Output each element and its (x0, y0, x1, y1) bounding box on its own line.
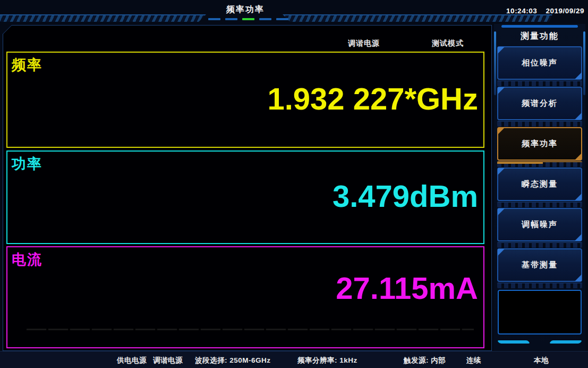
status-supply-power: 供电电源 (117, 356, 147, 365)
sidebar-button-spectrum-analysis[interactable]: 频谱分析 (497, 87, 582, 120)
tab-dash (225, 18, 237, 20)
tuning-power-label: 调谐电源 (348, 39, 380, 48)
status-local-mode: 本地 (534, 356, 549, 365)
status-tuning-power: 调谐电源 (153, 356, 183, 365)
button-separator (497, 242, 582, 248)
status-band-select: 波段选择: 250M-6GHz (195, 356, 271, 365)
current-value: 27.115mA (336, 273, 478, 304)
sidebar-button-baseband-measure[interactable]: 基带测量 (497, 248, 582, 282)
main-panel: 调谐电源 测试模式 频率 1.932 227*GHz 功率 3.479dBm 电… (3, 26, 491, 350)
sidebar-button-label: 调幅噪声 (522, 220, 558, 230)
sidebar-button-frequency-power[interactable]: 频率功率 (497, 127, 582, 161)
top-left-hatch-decoration (0, 14, 206, 22)
tab-dash (259, 18, 271, 20)
sidebar-display-box (498, 290, 582, 334)
scale-tick-line (27, 329, 474, 330)
title-tab-dashes (208, 18, 288, 20)
sidebar-button-label: 基带测量 (522, 260, 558, 270)
sidebar-button-am-noise[interactable]: 调幅噪声 (497, 208, 582, 241)
sidebar-bottom-bracket-decoration (494, 336, 585, 345)
sidebar-button-label: 相位噪声 (522, 58, 558, 68)
sidebar-button-label: 瞬态测量 (522, 179, 558, 189)
clock: 10:24:03 2019/09/29 (506, 7, 584, 15)
status-bar: 供电电源 调谐电源 波段选择: 250M-6GHz 频率分辨率: 1kHz 触发… (0, 351, 588, 368)
power-label: 功率 (12, 154, 42, 173)
status-frequency-resolution: 频率分辨率: 1kHz (297, 356, 357, 365)
button-separator (497, 80, 582, 86)
power-readout-box: 功率 3.479dBm (6, 150, 484, 244)
current-label: 电流 (12, 250, 42, 269)
current-readout-box: 电流 27.115mA (6, 246, 484, 348)
top-bar: 频率功率 10:24:03 2019/09/29 (0, 0, 588, 24)
sidebar-button-label: 频谱分析 (522, 98, 558, 108)
sidebar-button-label: 频率功率 (522, 139, 558, 149)
date-text: 2019/09/29 (546, 7, 584, 15)
sidebar-measure-functions: 测量功能 相位噪声 频谱分析 频率功率 瞬态测量 调幅噪声 基带测量 (494, 24, 585, 352)
status-trigger-source: 触发源: 内部 (404, 356, 446, 365)
tab-dash-active-indicator (242, 18, 254, 20)
frequency-readout-box: 频率 1.932 227*GHz (6, 52, 484, 148)
button-separator (497, 282, 582, 288)
page-title: 频率功率 (208, 4, 283, 15)
instrument-screen: { "header": { "title": "频率功率", "time": "… (0, 0, 588, 368)
power-value: 3.479dBm (333, 181, 478, 212)
button-separator (497, 161, 582, 167)
sidebar-button-transient-measure[interactable]: 瞬态测量 (497, 168, 582, 201)
top-right-hatch-decoration (283, 14, 552, 22)
sidebar-title: 测量功能 (494, 28, 585, 46)
time-text: 10:24:03 (506, 7, 537, 15)
main-panel-frame: 调谐电源 测试模式 频率 1.932 227*GHz 功率 3.479dBm 电… (3, 25, 492, 351)
frequency-value: 1.932 227*GHz (267, 83, 478, 114)
frequency-label: 频率 (12, 55, 42, 74)
sidebar-button-phase-noise[interactable]: 相位噪声 (497, 46, 582, 80)
tab-dash (208, 18, 220, 20)
tab-dash (276, 18, 288, 20)
status-continuous: 连续 (466, 356, 481, 365)
test-mode-label: 测试模式 (432, 39, 464, 48)
button-separator (497, 121, 582, 127)
button-separator (497, 202, 582, 207)
